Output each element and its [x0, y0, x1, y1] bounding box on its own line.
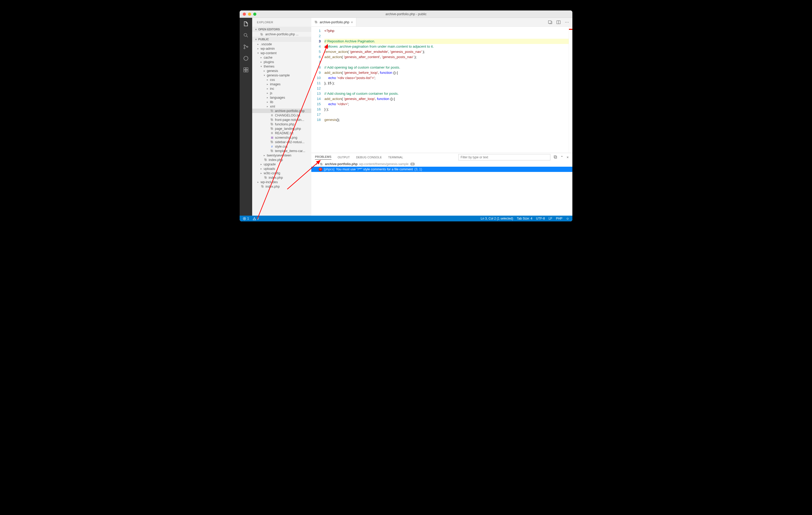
svg-point-4 — [244, 56, 248, 61]
sidebar: EXPLORER ▾OPEN EDITORS 🐘archive-portfoli… — [252, 18, 311, 216]
folder-item[interactable]: ▸wp-includes — [252, 180, 311, 184]
file-item[interactable]: ▦screenshot.png — [252, 135, 311, 140]
file-item[interactable]: 🐘functions.php — [252, 122, 311, 126]
problem-file-row[interactable]: ▾ 🐘 archive-portfolio.php wp-content/the… — [311, 162, 572, 167]
panel-tabs: PROBLEMS OUTPUT DEBUG CONSOLE TERMINAL ⌃… — [311, 153, 572, 162]
folder-item[interactable]: ▸inc — [252, 86, 311, 91]
file-item[interactable]: 🐘template_items-car... — [252, 149, 311, 153]
file-item[interactable]: 🐘page_landing.php — [252, 126, 311, 131]
panel-close-icon[interactable]: × — [567, 155, 569, 160]
txt-file-icon: ≣ — [270, 132, 274, 135]
svg-rect-6 — [246, 68, 248, 69]
file-item[interactable]: #style.css — [252, 144, 311, 149]
folder-item[interactable]: ▾wp-content — [252, 51, 311, 55]
minimap[interactable] — [569, 27, 572, 153]
explorer-icon[interactable] — [242, 21, 249, 27]
more-actions-icon[interactable]: ⋯ — [564, 20, 569, 25]
file-item[interactable]: ≣README.txt — [252, 131, 311, 135]
folder-item[interactable]: ▸upgrade — [252, 162, 311, 166]
svg-point-1 — [244, 45, 245, 46]
debug-icon[interactable] — [242, 55, 249, 62]
problem-count-badge: 1 — [410, 163, 415, 166]
svg-rect-8 — [246, 70, 248, 72]
folder-item[interactable]: ▸genesis — [252, 68, 311, 73]
svg-rect-7 — [244, 70, 245, 72]
tab-output[interactable]: OUTPUT — [338, 156, 350, 159]
file-item[interactable]: 🐘index.php — [252, 158, 311, 162]
open-preview-icon[interactable] — [548, 20, 552, 25]
activity-bar — [240, 18, 252, 216]
status-warnings[interactable]: 0 — [253, 217, 259, 220]
public-section[interactable]: ▾PUBLIC — [252, 37, 311, 42]
status-bar: 1 0 Ln 3, Col 2 (1 selected) Tab Size: 4… — [240, 216, 572, 221]
folder-item[interactable]: ▸twentyseventeen — [252, 153, 311, 158]
folder-item[interactable]: ▸lib — [252, 100, 311, 104]
open-editor-item[interactable]: 🐘archive-portfolio.php ... — [252, 32, 311, 37]
php-file-icon: 🐘 — [320, 163, 323, 166]
folder-item[interactable]: ▸js — [252, 91, 311, 95]
open-editors-section[interactable]: ▾OPEN EDITORS — [252, 27, 311, 32]
file-item[interactable]: ≣CHANGELOG.txt — [252, 113, 311, 117]
folder-item[interactable]: ▸w3tc-config — [252, 171, 311, 175]
code-content[interactable]: <?php // Reposition Archive Pagination. … — [324, 27, 569, 153]
svg-point-0 — [244, 33, 247, 36]
status-encoding[interactable]: UTF-8 — [536, 217, 545, 220]
status-eol[interactable]: LF — [549, 217, 552, 220]
status-cursor[interactable]: Ln 3, Col 2 (1 selected) — [481, 217, 513, 220]
problems-filter-input[interactable] — [458, 154, 550, 161]
folder-item[interactable]: ▸uploads — [252, 166, 311, 171]
file-item[interactable]: 🐘sidebar-alt2-notusi... — [252, 140, 311, 144]
svg-rect-11 — [554, 155, 556, 158]
close-window-button[interactable] — [243, 12, 246, 16]
php-file-icon: 🐘 — [270, 118, 274, 121]
tab-archive-portfolio[interactable]: 🐘 archive-portfolio.php × — [311, 18, 356, 26]
file-item[interactable]: 🐘index.php — [252, 184, 311, 189]
error-icon: ⓧ — [319, 168, 322, 171]
folder-item[interactable]: ▸cache — [252, 55, 311, 60]
svg-rect-12 — [555, 156, 557, 158]
search-icon[interactable] — [242, 32, 249, 39]
folder-item[interactable]: ▸xml — [252, 104, 311, 109]
php-file-icon: 🐘 — [264, 158, 268, 162]
folder-item[interactable]: ▸css — [252, 78, 311, 82]
tab-bar: 🐘 archive-portfolio.php × ⋯ — [311, 18, 572, 27]
folder-item[interactable]: ▾themes — [252, 64, 311, 68]
split-editor-icon[interactable] — [556, 20, 561, 25]
collapse-all-icon[interactable] — [554, 155, 557, 160]
php-file-icon: 🐘 — [261, 185, 264, 188]
extensions-icon[interactable] — [242, 66, 249, 73]
folder-item[interactable]: ▸images — [252, 82, 311, 86]
file-item[interactable]: 🐘front-page-notusin... — [252, 117, 311, 122]
css-file-icon: # — [270, 145, 274, 148]
status-language[interactable]: PHP — [556, 217, 562, 220]
svg-point-2 — [244, 48, 245, 49]
tab-terminal[interactable]: TERMINAL — [388, 156, 403, 159]
php-file-icon: 🐘 — [270, 122, 274, 126]
file-item[interactable]: 🐘index.php — [252, 175, 311, 180]
sidebar-title: EXPLORER — [252, 18, 311, 27]
bottom-panel: PROBLEMS OUTPUT DEBUG CONSOLE TERMINAL ⌃… — [311, 153, 572, 216]
img-file-icon: ▦ — [270, 136, 274, 139]
folder-item[interactable]: ▾genesis-sample — [252, 73, 311, 78]
problem-item[interactable]: ⓧ [phpcs] You must use "/**" style comme… — [311, 167, 572, 172]
tab-debug-console[interactable]: DEBUG CONSOLE — [356, 156, 382, 159]
window-title: archive-portfolio.php - public — [240, 12, 572, 16]
status-tab-size[interactable]: Tab Size: 4 — [517, 217, 532, 220]
panel-chevron-up-icon[interactable]: ⌃ — [560, 155, 563, 160]
folder-item[interactable]: ▸.vscode — [252, 42, 311, 46]
file-item[interactable]: 🐘archive-portfolio.php — [252, 109, 311, 113]
tab-problems[interactable]: PROBLEMS — [315, 155, 331, 160]
txt-file-icon: ≣ — [270, 114, 274, 117]
code-editor[interactable]: 123456789101112131415161718 <?php // Rep… — [311, 27, 572, 153]
close-tab-icon[interactable]: × — [351, 20, 353, 24]
folder-item[interactable]: ▸languages — [252, 95, 311, 100]
status-errors[interactable]: 1 — [243, 217, 249, 220]
line-gutter: 123456789101112131415161718 — [311, 27, 324, 153]
folder-item[interactable]: ▸plugins — [252, 60, 311, 64]
titlebar[interactable]: archive-portfolio.php - public — [240, 10, 572, 18]
source-control-icon[interactable] — [242, 44, 249, 50]
minimize-window-button[interactable] — [248, 12, 251, 16]
folder-item[interactable]: ▸wp-admin — [252, 46, 311, 51]
zoom-window-button[interactable] — [253, 12, 256, 16]
status-feedback-icon[interactable]: ☺ — [566, 217, 569, 220]
